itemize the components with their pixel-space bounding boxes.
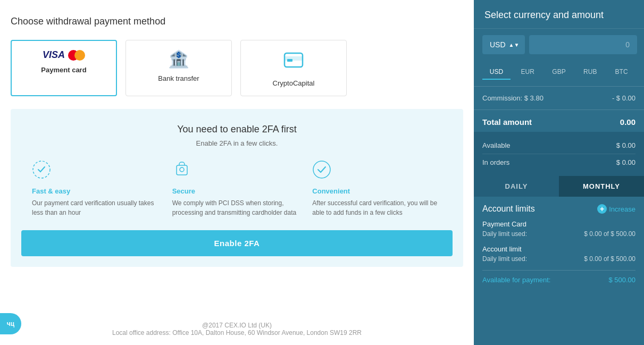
secure-title: Secure (172, 187, 302, 195)
convenient-title: Convenient (312, 187, 442, 195)
dropdown-chevron: ▲▼ (509, 42, 520, 48)
svg-rect-2 (287, 59, 292, 62)
increase-button[interactable]: + Increase (597, 204, 635, 214)
page-title: Choose withdrawal payment method (11, 16, 463, 27)
available-payment-label: Available for payment: (482, 276, 550, 284)
commission-value: - $ 0.00 (612, 94, 635, 102)
currency-tabs: USD EUR GBP RUB BTC (474, 61, 644, 84)
fast-easy-desc: Our payment card verification usually ta… (32, 198, 162, 217)
account-limit: Account limit Daily limit used: $ 0.00 o… (482, 245, 635, 263)
enable-2fa-button[interactable]: Enable 2FA (21, 230, 453, 256)
limits-section: Account limits + Increase Payment Card D… (474, 197, 644, 297)
divider-1 (474, 86, 644, 87)
period-toggle: DAILY MONTHLY (474, 176, 644, 197)
svg-rect-4 (177, 165, 187, 175)
in-orders-row: In orders $ 0.00 (482, 154, 635, 171)
account-limit-label: Daily limit used: (482, 255, 527, 263)
chat-bubble-text: чц (7, 320, 14, 327)
convenient-desc: After successful card verification, you … (312, 198, 442, 217)
account-limit-row: Daily limit used: $ 0.00 of $ 500.00 (482, 255, 635, 263)
sidebar: Select currency and amount USD ▲▼ USD EU… (474, 0, 644, 345)
available-payment-row: Available for payment: $ 500.00 (482, 270, 635, 289)
payment-card-limit-row: Daily limit used: $ 0.00 of $ 500.00 (482, 230, 635, 238)
payment-methods: VISA Payment card 🏦 Bank transfer (11, 40, 463, 96)
payment-card-limit-title: Payment Card (482, 220, 635, 228)
mastercard-icon (68, 50, 85, 61)
increase-label: Increase (609, 205, 635, 213)
currency-tab-usd[interactable]: USD (482, 65, 511, 80)
sidebar-header: Select currency and amount (474, 0, 644, 29)
bank-transfer-option[interactable]: 🏦 Bank transfer (126, 40, 232, 96)
payment-card-option[interactable]: VISA Payment card (11, 40, 117, 96)
available-label: Available (482, 141, 511, 149)
currency-tab-rub[interactable]: RUB (576, 65, 604, 80)
footer-copyright: @2017 CEX.IO Ltd (UK) (0, 322, 474, 329)
monthly-button[interactable]: MONTHLY (559, 176, 644, 197)
divider-2 (474, 110, 644, 110)
payment-card-limit-value: $ 0.00 of $ 500.00 (584, 230, 635, 238)
amount-input[interactable] (529, 35, 637, 54)
available-row: Available $ 0.00 (482, 137, 635, 154)
twofa-features: Fast & easy Our payment card verificatio… (21, 160, 453, 217)
card-icons: VISA (43, 49, 85, 61)
currency-select-row: USD ▲▼ (474, 29, 644, 61)
mastercard-orange-circle (74, 50, 85, 61)
visa-logo: VISA (43, 49, 65, 61)
commission-row: Commission: $ 3.80 - $ 0.00 (474, 89, 644, 107)
svg-point-5 (180, 167, 184, 172)
total-value: 0.00 (620, 117, 635, 127)
bank-icon: 🏦 (168, 49, 189, 69)
footer: @2017 CEX.IO Ltd (UK) Local office addre… (0, 322, 474, 336)
svg-point-6 (313, 161, 330, 178)
currency-dropdown[interactable]: USD ▲▼ (482, 35, 525, 54)
commission-label: Commission: $ 3.80 (482, 94, 543, 102)
convenient-icon (312, 160, 442, 183)
currency-tab-btc[interactable]: BTC (607, 65, 635, 80)
twofa-box: You need to enable 2FA first Enable 2FA … (11, 109, 463, 267)
in-orders-label: In orders (482, 158, 509, 166)
feature-secure: Secure We comply with PCI DSS when stori… (172, 160, 302, 217)
account-limit-title: Account limit (482, 245, 635, 253)
limits-header: Account limits + Increase (482, 204, 635, 214)
increase-icon: + (597, 204, 607, 214)
twofa-subtitle: Enable 2FA in a few clicks. (21, 139, 453, 147)
available-value: $ 0.00 (616, 141, 635, 149)
limits-title: Account limits (482, 204, 535, 214)
secure-icon (172, 160, 302, 183)
svg-point-3 (33, 161, 50, 178)
payment-card-limit: Payment Card Daily limit used: $ 0.00 of… (482, 220, 635, 238)
crypto-capital-option[interactable]: CryptoCapital (240, 40, 347, 96)
crypto-icon (283, 49, 304, 74)
account-limit-value: $ 0.00 of $ 500.00 (584, 255, 635, 263)
twofa-title: You need to enable 2FA first (21, 124, 453, 135)
daily-button[interactable]: DAILY (474, 176, 559, 197)
footer-address: Local office address: Office 10A, Dalton… (0, 329, 474, 336)
main-content: Choose withdrawal payment method VISA Pa… (0, 0, 474, 345)
bank-transfer-label: Bank transfer (158, 74, 199, 82)
available-payment-value: $ 500.00 (608, 276, 635, 284)
balance-section: Available $ 0.00 In orders $ 0.00 (474, 132, 644, 176)
selected-currency: USD (490, 40, 506, 49)
fast-easy-icon (32, 160, 162, 183)
currency-tab-eur[interactable]: EUR (514, 65, 542, 80)
total-row: Total amount 0.00 (474, 112, 644, 132)
total-label: Total amount (482, 117, 532, 127)
in-orders-value: $ 0.00 (616, 158, 635, 166)
feature-convenient: Convenient After successful card verific… (312, 160, 442, 217)
secure-desc: We comply with PCI DSS when storing, pro… (172, 198, 302, 217)
crypto-capital-label: CryptoCapital (273, 79, 315, 87)
feature-fast-easy: Fast & easy Our payment card verificatio… (32, 160, 162, 217)
chat-bubble[interactable]: чц (0, 313, 21, 334)
fast-easy-title: Fast & easy (32, 187, 162, 195)
payment-card-label: Payment card (41, 66, 86, 74)
payment-card-limit-label: Daily limit used: (482, 230, 527, 238)
currency-tab-gbp[interactable]: GBP (545, 65, 573, 80)
